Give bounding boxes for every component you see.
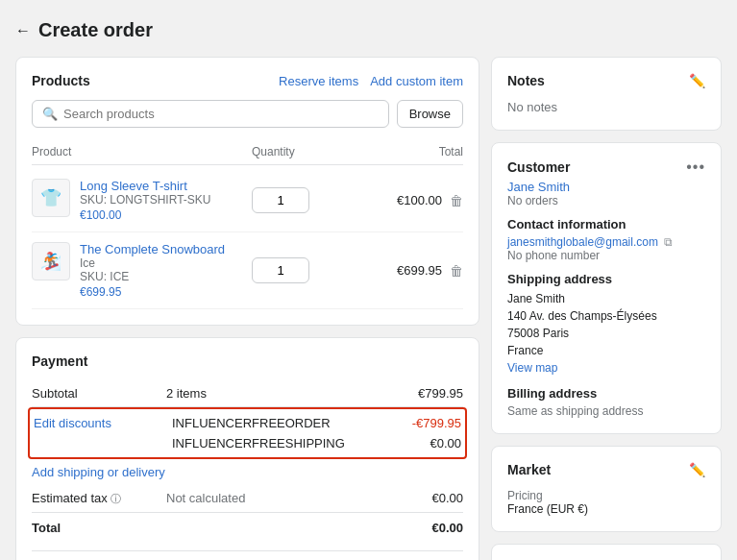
search-bar: 🔍 Browse — [32, 100, 463, 128]
discount-row-2: INFLUENCERFREESHIPPING €0.00 — [30, 433, 465, 453]
shipping-address2: 75008 Paris — [507, 325, 705, 342]
product-name[interactable]: The Complete Snowboard — [80, 242, 225, 256]
product-price: €100.00 — [80, 208, 210, 222]
discount-code-1: INFLUENCERFREEORDER — [172, 416, 408, 430]
customer-orders: No orders — [507, 194, 705, 207]
back-arrow-icon[interactable]: ← — [15, 22, 31, 39]
search-input-wrap[interactable]: 🔍 — [32, 100, 389, 128]
contact-subtitle: Contact information — [507, 217, 705, 231]
billing-same-address: Same as shipping address — [507, 404, 705, 418]
tax-amount: €0.00 — [431, 491, 463, 506]
col-quantity: Quantity — [252, 145, 367, 158]
subtotal-desc: 2 items — [166, 386, 418, 401]
billing-section: Billing address Same as shipping address — [507, 386, 705, 418]
quantity-input[interactable] — [252, 257, 309, 283]
quantity-cell — [252, 187, 367, 213]
pricing-label: Pricing — [507, 489, 705, 502]
products-card: Products Reserve items Add custom item 🔍… — [15, 57, 479, 326]
total-cell: €100.00 🗑 — [367, 193, 463, 208]
market-edit-icon[interactable]: ✏️ — [689, 462, 705, 477]
product-price: €699.95 — [80, 285, 225, 299]
notes-title: Notes — [507, 73, 545, 88]
notes-card: Notes ✏️ No notes — [491, 57, 722, 131]
tax-label: Estimated tax ⓘ — [32, 491, 166, 506]
market-card: Market ✏️ Pricing France (EUR €) — [491, 446, 722, 532]
discount-block: Edit discounts INFLUENCERFREEORDER -€799… — [28, 407, 467, 459]
search-input[interactable] — [63, 107, 379, 121]
email-row: janesmithglobale@gmail.com ⧉ — [507, 235, 705, 249]
table-header: Product Quantity Total — [32, 139, 463, 165]
product-sku: SKU: ICE — [80, 270, 225, 283]
customer-email[interactable]: janesmithglobale@gmail.com — [507, 235, 658, 249]
payment-card-header: Payment — [32, 353, 463, 369]
shipping-country: France — [507, 342, 705, 359]
product-variant: Ice — [80, 256, 225, 270]
total-amount: €100.00 — [397, 193, 442, 207]
tax-row: Estimated tax ⓘ Not calculated €0.00 — [32, 485, 463, 512]
delete-icon[interactable]: 🗑 — [450, 193, 463, 208]
subtotal-label: Subtotal — [32, 386, 166, 401]
discount-amount-2: €0.00 — [430, 436, 461, 450]
tax-info-icon: ⓘ — [111, 493, 121, 504]
quantity-input[interactable] — [252, 187, 309, 213]
copy-icon[interactable]: ⧉ — [664, 235, 673, 249]
market-title: Market — [507, 462, 551, 477]
product-details: The Complete Snowboard Ice SKU: ICE €699… — [80, 242, 225, 299]
reserve-items-link[interactable]: Reserve items — [279, 74, 358, 88]
tags-card: Tags ✏️ — [491, 544, 722, 560]
total-row: Total €0.00 — [32, 512, 463, 543]
subtotal-row: Subtotal 2 items €799.95 — [32, 380, 463, 407]
page-header: ← Create order — [15, 15, 722, 45]
product-sku: SKU: LONGTSHIRT-SKU — [80, 193, 210, 207]
view-map-link[interactable]: View map — [507, 361, 557, 375]
discount-row-1: Edit discounts INFLUENCERFREEORDER -€799… — [30, 413, 465, 433]
total-cell: €699.95 🗑 — [367, 263, 463, 279]
edit-discounts-link[interactable]: Edit discounts — [34, 416, 168, 430]
discount-code-2: INFLUENCERFREESHIPPING — [172, 436, 426, 450]
delete-icon[interactable]: 🗑 — [450, 263, 463, 279]
products-actions: Reserve items Add custom item — [279, 74, 463, 88]
tax-desc: Not calculated — [166, 491, 431, 506]
more-options-icon[interactable]: ••• — [686, 158, 705, 176]
add-shipping-row: Add shipping or delivery — [32, 459, 463, 485]
main-content: Products Reserve items Add custom item 🔍… — [15, 57, 722, 560]
subtotal-amount: €799.95 — [418, 386, 463, 401]
shipping-address: Jane Smith 140 Av. des Champs-Élysées 75… — [507, 290, 705, 377]
total-amount: €0.00 — [431, 521, 463, 535]
page-title: Create order — [38, 19, 153, 41]
payment-card: Payment Subtotal 2 items €799.95 Edit di… — [15, 337, 479, 560]
product-icon: 👕 — [40, 187, 61, 208]
shipping-name: Jane Smith — [507, 290, 705, 307]
product-image: 👕 — [32, 179, 70, 217]
col-product: Product — [32, 145, 252, 158]
market-card-header: Market ✏️ — [507, 462, 705, 477]
col-total: Total — [367, 145, 463, 158]
quantity-cell — [252, 257, 367, 283]
browse-button[interactable]: Browse — [397, 100, 463, 128]
product-image: 🏂 — [32, 242, 70, 280]
edit-icon[interactable]: ✏️ — [689, 73, 705, 88]
product-info: 👕 Long Sleeve T-shirt SKU: LONGTSHIRT-SK… — [32, 179, 252, 222]
add-shipping-link[interactable]: Add shipping or delivery — [32, 465, 165, 479]
products-card-header: Products Reserve items Add custom item — [32, 73, 463, 88]
no-notes-text: No notes — [507, 100, 705, 114]
add-custom-item-link[interactable]: Add custom item — [370, 74, 463, 88]
table-row: 🏂 The Complete Snowboard Ice SKU: ICE €6… — [32, 232, 463, 309]
phone-number: No phone number — [507, 249, 705, 262]
customer-card: Customer ••• Jane Smith No orders Contac… — [491, 142, 722, 434]
payment-later-row: Payment due later — [32, 550, 463, 560]
left-column: Products Reserve items Add custom item 🔍… — [15, 57, 479, 560]
shipping-address1: 140 Av. des Champs-Élysées — [507, 307, 705, 325]
table-row: 👕 Long Sleeve T-shirt SKU: LONGTSHIRT-SK… — [32, 169, 463, 232]
shipping-section: Shipping address Jane Smith 140 Av. des … — [507, 272, 705, 377]
shipping-subtitle: Shipping address — [507, 272, 705, 286]
total-amount: €699.95 — [397, 263, 442, 278]
products-title: Products — [32, 73, 90, 88]
customer-name[interactable]: Jane Smith — [507, 180, 570, 194]
notes-card-header: Notes ✏️ — [507, 73, 705, 88]
product-details: Long Sleeve T-shirt SKU: LONGTSHIRT-SKU … — [80, 179, 210, 222]
search-icon: 🔍 — [42, 107, 58, 121]
discount-amount-1: -€799.95 — [412, 416, 461, 430]
contact-section: Contact information janesmithglobale@gma… — [507, 217, 705, 262]
product-name[interactable]: Long Sleeve T-shirt — [80, 179, 210, 193]
